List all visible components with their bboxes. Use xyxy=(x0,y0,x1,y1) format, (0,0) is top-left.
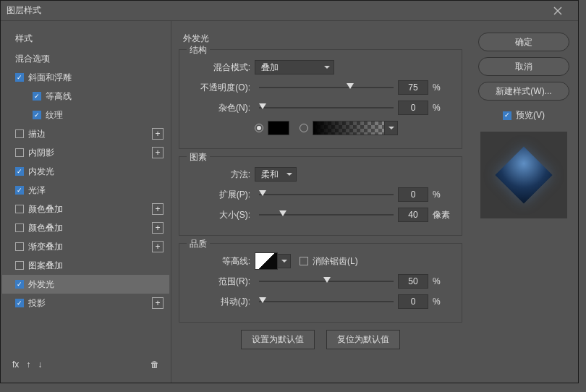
sidebar-item-0[interactable]: 斜面和浮雕 xyxy=(2,68,169,87)
group-title: 品质 xyxy=(187,238,210,250)
effect-checkbox[interactable] xyxy=(15,223,24,232)
antialias-label: 消除锯齿(L) xyxy=(308,255,358,268)
chevron-down-icon[interactable] xyxy=(278,254,291,268)
move-up-icon[interactable]: ↑ xyxy=(26,359,30,370)
sidebar-item-label: 内阴影 xyxy=(28,147,54,159)
technique-select[interactable]: 柔和 xyxy=(255,167,297,182)
titlebar[interactable]: 图层样式 xyxy=(1,1,578,21)
sidebar-blending-options[interactable]: 混合选项 xyxy=(2,49,169,68)
sidebar-item-12[interactable]: 投影+ xyxy=(2,294,169,312)
effect-checkbox[interactable] xyxy=(15,280,24,289)
group-title: 图素 xyxy=(187,151,210,163)
effect-checkbox[interactable] xyxy=(15,186,24,195)
effect-checkbox[interactable] xyxy=(15,242,24,251)
right-panel: 确定 取消 新建样式(W)... 预览(V) xyxy=(470,21,578,383)
sidebar-item-label: 投影 xyxy=(28,297,46,310)
sidebar-item-2[interactable]: 纹理 xyxy=(2,106,169,124)
add-effect-icon[interactable]: + xyxy=(152,128,164,140)
glow-gradient-picker[interactable] xyxy=(313,121,398,135)
add-effect-icon[interactable]: + xyxy=(152,203,164,215)
contour-picker[interactable] xyxy=(255,252,291,270)
layer-style-dialog: 图层样式 样式 混合选项 斜面和浮雕等高线纹理描边+内阴影+内发光光泽颜色叠加+… xyxy=(0,0,579,383)
sidebar-item-4[interactable]: 内阴影+ xyxy=(2,143,169,162)
reset-default-button[interactable]: 复位为默认值 xyxy=(326,330,400,349)
size-slider[interactable] xyxy=(259,208,394,222)
group-elements: 图素 方法: 柔和 扩展(P): 0 % 大小(S): 40 像素 xyxy=(179,156,462,236)
add-effect-icon[interactable]: + xyxy=(152,222,164,234)
sidebar-item-label: 等高线 xyxy=(46,90,72,103)
effect-checkbox[interactable] xyxy=(33,111,41,119)
make-default-button[interactable]: 设置为默认值 xyxy=(241,330,315,349)
group-structure: 结构 混合模式: 叠加 不透明度(O): 75 % 杂色(N): 0 % xyxy=(179,49,462,149)
panel-title: 外发光 xyxy=(179,33,462,45)
sidebar-item-7[interactable]: 颜色叠加+ xyxy=(2,200,169,218)
effect-checkbox[interactable] xyxy=(15,73,24,82)
options-panel: 外发光 结构 混合模式: 叠加 不透明度(O): 75 % 杂色(N): 0 xyxy=(171,21,470,383)
preview-thumbnail xyxy=(480,132,567,218)
preview-shape-icon xyxy=(495,146,552,203)
range-input[interactable]: 50 xyxy=(398,274,428,289)
blend-mode-select[interactable]: 叠加 xyxy=(255,60,334,74)
sidebar-item-11[interactable]: 外发光 xyxy=(2,275,169,294)
chevron-down-icon[interactable] xyxy=(385,121,398,135)
new-style-button[interactable]: 新建样式(W)... xyxy=(478,82,569,101)
trash-icon[interactable]: 🗑 xyxy=(150,359,159,370)
size-input[interactable]: 40 xyxy=(398,208,428,222)
add-effect-icon[interactable]: + xyxy=(152,241,164,252)
effect-checkbox[interactable] xyxy=(15,299,24,307)
effect-checkbox[interactable] xyxy=(33,92,41,101)
dialog-title: 图层样式 xyxy=(7,4,41,17)
close-button[interactable] xyxy=(543,1,572,21)
contour-label: 等高线: xyxy=(190,255,255,268)
glow-color-gradient-radio[interactable] xyxy=(300,124,308,132)
effect-checkbox[interactable] xyxy=(15,129,24,138)
effect-checkbox[interactable] xyxy=(15,261,24,270)
sidebar-item-label: 混合选项 xyxy=(15,53,50,65)
spread-slider[interactable] xyxy=(259,187,394,202)
noise-input[interactable]: 0 xyxy=(398,101,428,115)
sidebar-item-label: 光泽 xyxy=(28,184,46,197)
move-down-icon[interactable]: ↓ xyxy=(38,359,42,370)
styles-sidebar: 样式 混合选项 斜面和浮雕等高线纹理描边+内阴影+内发光光泽颜色叠加+颜色叠加+… xyxy=(1,21,171,383)
glow-color-solid-radio[interactable] xyxy=(255,124,263,132)
effect-checkbox[interactable] xyxy=(15,205,24,213)
fx-menu-icon[interactable]: fx xyxy=(12,359,19,370)
jitter-input[interactable]: 0 xyxy=(398,294,428,309)
glow-color-swatch[interactable] xyxy=(268,121,289,135)
add-effect-icon[interactable]: + xyxy=(152,147,164,158)
range-slider[interactable] xyxy=(259,274,394,289)
cancel-button[interactable]: 取消 xyxy=(478,57,569,76)
sidebar-item-3[interactable]: 描边+ xyxy=(2,124,169,143)
jitter-slider[interactable] xyxy=(259,294,394,309)
noise-label: 杂色(N): xyxy=(190,102,255,114)
sidebar-item-9[interactable]: 渐变叠加+ xyxy=(2,237,169,256)
close-icon xyxy=(553,7,562,15)
opacity-label: 不透明度(O): xyxy=(190,82,255,94)
preview-label: 预览(V) xyxy=(516,109,545,122)
spread-input[interactable]: 0 xyxy=(398,187,428,202)
ok-button[interactable]: 确定 xyxy=(478,33,569,51)
preview-checkbox[interactable] xyxy=(503,111,511,120)
sidebar-item-10[interactable]: 图案叠加 xyxy=(2,256,169,275)
sidebar-item-label: 描边 xyxy=(28,128,46,140)
sidebar-item-label: 渐变叠加 xyxy=(28,241,63,253)
sidebar-item-label: 纹理 xyxy=(46,109,63,122)
sidebar-item-8[interactable]: 颜色叠加+ xyxy=(2,218,169,237)
add-effect-icon[interactable]: + xyxy=(152,297,164,309)
noise-slider[interactable] xyxy=(259,101,394,115)
effect-checkbox[interactable] xyxy=(15,167,24,176)
group-quality: 品质 等高线: 消除锯齿(L) 范围(R): 50 % 抖动(J): xyxy=(179,243,462,323)
sidebar-item-label: 内发光 xyxy=(28,166,54,178)
opacity-slider[interactable] xyxy=(259,80,394,95)
sidebar-item-label: 颜色叠加 xyxy=(28,222,63,234)
opacity-input[interactable]: 75 xyxy=(398,80,428,95)
sidebar-head-styles[interactable]: 样式 xyxy=(2,28,169,49)
sidebar-item-label: 斜面和浮雕 xyxy=(28,72,72,84)
sidebar-item-6[interactable]: 光泽 xyxy=(2,181,169,200)
sidebar-item-label: 图案叠加 xyxy=(28,260,63,272)
sidebar-item-5[interactable]: 内发光 xyxy=(2,162,169,181)
sidebar-item-1[interactable]: 等高线 xyxy=(2,87,169,106)
antialias-checkbox[interactable] xyxy=(300,257,308,265)
jitter-label: 抖动(J): xyxy=(190,296,255,308)
effect-checkbox[interactable] xyxy=(15,148,24,157)
